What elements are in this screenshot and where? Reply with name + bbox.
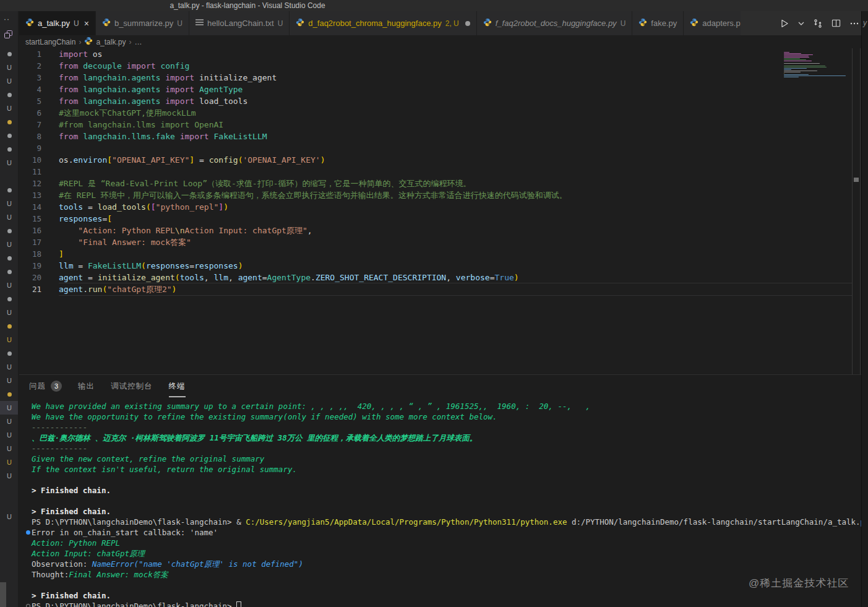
sidebar-file-badge[interactable]: U bbox=[0, 210, 19, 224]
editor-scrollbar[interactable] bbox=[852, 48, 861, 374]
code-line[interactable]: 18] bbox=[19, 248, 852, 260]
code-line[interactable]: 12#REPL 是 “Read-Eval-Print Loop”（读取-求值-打… bbox=[19, 178, 852, 189]
sidebar-file-badge[interactable] bbox=[0, 292, 19, 306]
untracked-badge: U bbox=[7, 472, 12, 480]
sidebar-file-badge[interactable] bbox=[0, 183, 19, 197]
tab-b_summarize.py[interactable]: b_summarize.pyU bbox=[96, 11, 189, 35]
line-number: 17 bbox=[19, 236, 59, 248]
sidebar-file-badge[interactable]: U bbox=[0, 442, 19, 455]
sidebar-file-badge[interactable]: U bbox=[0, 101, 19, 115]
panel-tab-调试控制台[interactable]: 调试控制台 bbox=[111, 375, 153, 397]
line-number: 19 bbox=[19, 260, 59, 272]
modified-dot-icon bbox=[7, 256, 12, 260]
tab-git-badge: U bbox=[177, 19, 183, 28]
code-line[interactable]: 7#from langchain.llms import OpenAI bbox=[19, 119, 852, 131]
problems-count-badge: 3 bbox=[51, 381, 62, 392]
sidebar-file-badge[interactable] bbox=[0, 265, 19, 278]
sidebar-file-badge[interactable]: U bbox=[0, 333, 19, 347]
sidebar-scrollbar-thumb[interactable] bbox=[0, 582, 6, 607]
split-editor-button[interactable] bbox=[831, 19, 841, 28]
tab-helloLangChain.txt[interactable]: helloLangChain.txtU bbox=[189, 11, 290, 35]
code-line[interactable]: 10os.environ["OPENAI_API_KEY"] = config(… bbox=[19, 154, 852, 166]
code-line[interactable]: 11 bbox=[19, 166, 852, 178]
code-line[interactable]: 14tools = load_tools(["python_repl"]) bbox=[19, 201, 852, 213]
terminal-line: Error in on_chain_start callback: 'name' bbox=[32, 527, 861, 538]
sidebar-file-badge[interactable]: U bbox=[0, 360, 19, 374]
code-text: responses=[ bbox=[59, 213, 852, 225]
tab-a_talk.py[interactable]: a_talk.pyU× bbox=[19, 11, 96, 35]
sidebar-file-badge[interactable]: U bbox=[0, 415, 19, 428]
code-line[interactable]: 5from langchain.agents import load_tools bbox=[19, 95, 852, 107]
code-line[interactable]: 17 "Final Answer: mock答案" bbox=[19, 236, 852, 248]
sidebar-file-badge[interactable]: U bbox=[0, 238, 19, 251]
dirty-dot-icon[interactable] bbox=[465, 21, 470, 26]
sidebar-file-badge[interactable]: U bbox=[0, 306, 19, 319]
open-editors-icon[interactable] bbox=[4, 30, 18, 41]
code-line[interactable]: 20agent = initialize_agent(tools, llm, a… bbox=[19, 272, 852, 283]
explorer-sidebar-collapsed[interactable]: ·· UUUUUUUUUUUUUUUUUUU bbox=[0, 11, 19, 607]
run-dropdown[interactable] bbox=[798, 20, 804, 27]
sync-button[interactable] bbox=[813, 19, 823, 28]
code-line[interactable]: 16 "Action: Python REPL\nAction Input: c… bbox=[19, 225, 852, 236]
code-line[interactable]: 9 bbox=[19, 142, 852, 154]
tab-fake.py[interactable]: fake.py bbox=[632, 11, 684, 35]
panel-tab-输出[interactable]: 输出 bbox=[78, 375, 95, 397]
code-line[interactable]: 1import os bbox=[19, 48, 852, 60]
code-line[interactable]: 4from langchain.agents import AgentType bbox=[19, 84, 852, 95]
code-line[interactable]: 13#在 REPL 环境中，用户可以输入一条或多条编程语句，系统会立即执行这些语… bbox=[19, 189, 852, 201]
code-text: llm = FakeListLLM(responses=responses) bbox=[59, 260, 852, 272]
sidebar-file-badge[interactable] bbox=[0, 88, 19, 101]
sidebar-file-badge[interactable]: U bbox=[0, 374, 19, 387]
sidebar-file-badge[interactable]: U bbox=[0, 61, 19, 74]
code-line[interactable]: 8from langchain.llms.fake import FakeLis… bbox=[19, 131, 852, 142]
tab-label: fake.py bbox=[651, 19, 677, 28]
tab-adapters.p[interactable]: adapters.p bbox=[684, 11, 741, 35]
code-editor[interactable]: 1import os2from decouple import config3f… bbox=[19, 48, 852, 374]
more-actions-button[interactable] bbox=[849, 19, 859, 28]
sidebar-file-badge[interactable]: U bbox=[0, 428, 19, 442]
sidebar-file-badge[interactable] bbox=[0, 251, 19, 265]
sidebar-file-badge[interactable]: U bbox=[0, 469, 19, 483]
sidebar-file-badge[interactable] bbox=[0, 115, 19, 129]
sidebar-file-badge[interactable] bbox=[0, 47, 19, 61]
code-text: os.environ["OPENAI_API_KEY"] = config('O… bbox=[59, 154, 852, 166]
breadcrumb-item-folder[interactable]: startLangChain bbox=[25, 38, 75, 46]
panel-tab-终端[interactable]: 终端 bbox=[169, 375, 186, 397]
sidebar-file-badge[interactable]: U bbox=[0, 401, 19, 415]
code-line[interactable]: 19llm = FakeListLLM(responses=responses) bbox=[19, 260, 852, 272]
line-number: 7 bbox=[19, 119, 59, 131]
code-line[interactable]: 2from decouple import config bbox=[19, 60, 852, 72]
terminal-cursor[interactable] bbox=[236, 601, 241, 607]
sidebar-file-badge[interactable] bbox=[0, 347, 19, 360]
code-line[interactable]: 21agent.run("chatGpt原理2") bbox=[19, 283, 852, 295]
minimap-line bbox=[784, 63, 820, 64]
sidebar-file-badge[interactable]: U bbox=[0, 455, 19, 469]
breadcrumb-item-symbol[interactable]: … bbox=[134, 38, 142, 46]
run-button[interactable] bbox=[780, 19, 789, 28]
sidebar-file-badge[interactable]: U bbox=[0, 197, 19, 210]
sidebar-file-badge[interactable]: U bbox=[0, 510, 19, 523]
sidebar-file-badge[interactable] bbox=[0, 129, 19, 142]
sidebar-file-badge[interactable] bbox=[0, 224, 19, 238]
terminal[interactable]: We have provided an existing summary up … bbox=[19, 397, 861, 607]
sidebar-file-badge[interactable] bbox=[0, 142, 19, 156]
sidebar-file-badge[interactable] bbox=[0, 319, 19, 333]
untracked-badge: U bbox=[7, 418, 12, 425]
panel-tab-问题[interactable]: 问题3 bbox=[29, 375, 62, 397]
scrollbar-thumb[interactable] bbox=[854, 178, 859, 182]
close-icon[interactable]: × bbox=[84, 19, 89, 28]
minimap[interactable] bbox=[784, 52, 847, 78]
code-line[interactable]: 3from langchain.agents import initialize… bbox=[19, 72, 852, 84]
sidebar-file-badge[interactable] bbox=[0, 387, 19, 401]
tab-git-badge: U bbox=[621, 19, 626, 28]
breadcrumb-item-file[interactable]: a_talk.py bbox=[96, 38, 126, 46]
code-line[interactable]: 15responses=[ bbox=[19, 213, 852, 225]
tab-f_faq2robot_docs_huggingface.py[interactable]: f_faq2robot_docs_huggingface.pyU bbox=[477, 11, 633, 35]
sidebar-file-badge[interactable]: U bbox=[0, 74, 19, 88]
sidebar-file-badge[interactable]: U bbox=[0, 278, 19, 292]
sidebar-file-badge[interactable]: U bbox=[0, 156, 19, 170]
tab-d_faq2robot_chroma_huggingface.py[interactable]: d_faq2robot_chroma_huggingface.py2, U bbox=[290, 11, 476, 35]
code-line[interactable]: 6#这里mock下ChatGPT,使用mockLLm bbox=[19, 107, 852, 119]
tab-label: a_talk.py bbox=[38, 19, 70, 28]
sidebar-more-icon[interactable]: ·· bbox=[0, 11, 18, 25]
